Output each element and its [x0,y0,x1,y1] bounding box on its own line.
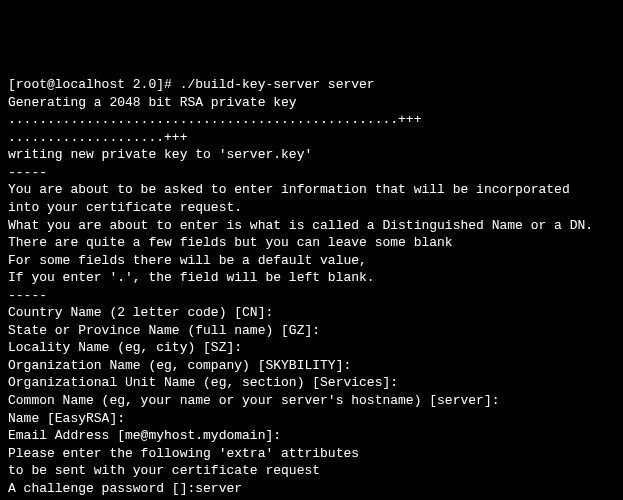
terminal-line: State or Province Name (full name) [GZ]: [8,322,615,340]
terminal-line: Email Address [me@myhost.mydomain]: [8,427,615,445]
terminal-line: What you are about to enter is what is c… [8,217,615,235]
terminal-line: writing new private key to 'server.key' [8,146,615,164]
terminal-line: Country Name (2 letter code) [CN]: [8,304,615,322]
terminal-line: You are about to be asked to enter infor… [8,181,615,199]
terminal-line: For some fields there will be a default … [8,252,615,270]
terminal-line: [root@localhost 2.0]# ./build-key-server… [8,76,615,94]
terminal-line: Please enter the following 'extra' attri… [8,445,615,463]
terminal-line: Common Name (eg, your name or your serve… [8,392,615,410]
terminal-line: into your certificate request. [8,199,615,217]
terminal-line: Generating a 2048 bit RSA private key [8,94,615,112]
terminal-line: If you enter '.', the field will be left… [8,269,615,287]
terminal-output[interactable]: [root@localhost 2.0]# ./build-key-server… [8,76,615,500]
terminal-line: Name [EasyRSA]: [8,410,615,428]
terminal-line: ....................+++ [8,129,615,147]
terminal-line: A challenge password []:server [8,480,615,498]
terminal-line: ........................................… [8,111,615,129]
terminal-line: Locality Name (eg, city) [SZ]: [8,339,615,357]
terminal-line: to be sent with your certificate request [8,462,615,480]
terminal-line: Organization Name (eg, company) [SKYBILI… [8,357,615,375]
terminal-line: ----- [8,287,615,305]
terminal-line: ----- [8,164,615,182]
terminal-line: There are quite a few fields but you can… [8,234,615,252]
terminal-line: Organizational Unit Name (eg, section) [… [8,374,615,392]
